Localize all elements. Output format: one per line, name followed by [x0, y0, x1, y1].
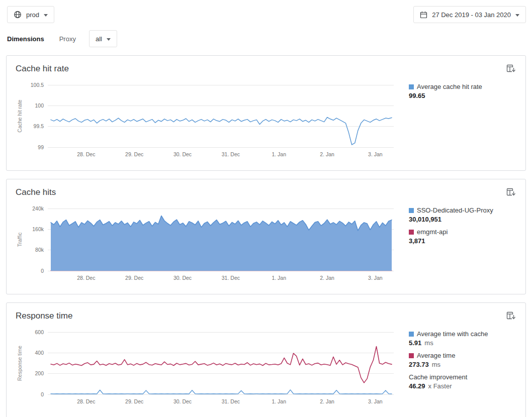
svg-text:28. Dec: 28. Dec	[77, 151, 95, 157]
svg-text:80k: 80k	[35, 247, 44, 253]
series-swatch	[409, 230, 414, 235]
date-range-selector[interactable]: 27 Dec 2019 - 03 Jan 2020	[413, 6, 526, 23]
svg-text:Cache hit rate: Cache hit rate	[17, 99, 23, 133]
svg-text:600: 600	[35, 329, 44, 335]
card-title: Cache hit rate	[16, 64, 69, 74]
svg-text:3. Jan: 3. Jan	[368, 398, 383, 404]
series-value: 3,871	[409, 237, 425, 245]
svg-text:160k: 160k	[32, 226, 44, 232]
proxy-filter-value: all	[96, 35, 102, 43]
dimensions-label: Dimensions	[7, 35, 44, 43]
series-swatch	[409, 84, 414, 89]
svg-text:100: 100	[35, 102, 44, 109]
svg-text:1. Jan: 1. Jan	[272, 275, 286, 281]
svg-text:240k: 240k	[32, 205, 44, 212]
series-label: Average time with cache	[417, 330, 488, 338]
chevron-down-icon	[515, 14, 519, 17]
cache-hits-card: Cache hits 240k160k80k028. Dec29. Dec30.…	[6, 179, 526, 294]
svg-text:0: 0	[41, 268, 44, 274]
svg-text:400: 400	[35, 350, 44, 356]
svg-text:1. Jan: 1. Jan	[272, 398, 286, 404]
svg-text:31. Dec: 31. Dec	[222, 151, 240, 157]
series-swatch	[409, 332, 414, 337]
legend-item[interactable]: Average time with cache 5.91ms	[409, 330, 516, 347]
svg-text:29. Dec: 29. Dec	[125, 275, 143, 281]
chart-legend: SSO-Dedicated-UG-Proxy 30,010,951 emgmt-…	[397, 202, 516, 250]
legend-item[interactable]: SSO-Dedicated-UG-Proxy 30,010,951	[409, 206, 516, 224]
svg-text:100.5: 100.5	[31, 82, 44, 88]
export-report-icon[interactable]	[505, 310, 516, 321]
legend-item[interactable]: emgmt-api 3,871	[409, 228, 516, 245]
series-unit: ms	[432, 361, 440, 368]
export-report-icon[interactable]	[505, 186, 516, 197]
legend-item: Cache improvement 46.29x Faster	[409, 373, 516, 390]
series-swatch	[409, 208, 414, 213]
calendar-icon	[420, 11, 427, 19]
legend-item[interactable]: Average cache hit rate 99.65	[409, 83, 516, 100]
series-swatch	[409, 353, 414, 358]
svg-text:31. Dec: 31. Dec	[222, 275, 240, 281]
svg-text:Response time: Response time	[17, 346, 23, 381]
series-unit: x Faster	[428, 382, 452, 390]
chevron-down-icon	[44, 14, 48, 17]
series-label: Cache improvement	[409, 373, 467, 381]
svg-text:99.5: 99.5	[34, 123, 44, 129]
svg-text:2. Jan: 2. Jan	[320, 151, 334, 157]
cache-hit-rate-chart: 100.510099.59928. Dec29. Dec30. Dec31. D…	[16, 79, 397, 163]
series-value: 5.91	[409, 339, 421, 347]
cache-hits-chart: 240k160k80k028. Dec29. Dec30. Dec31. Dec…	[16, 202, 397, 287]
series-value: 46.29	[409, 382, 425, 390]
svg-text:0: 0	[41, 391, 44, 397]
response-time-chart: 600400200028. Dec29. Dec30. Dec31. Dec1.…	[16, 326, 397, 410]
series-value: 273.73	[409, 361, 429, 368]
svg-text:Traffic: Traffic	[17, 233, 23, 247]
series-value: 99.65	[409, 92, 425, 99]
chart-legend: Average cache hit rate 99.65	[397, 79, 516, 105]
svg-text:28. Dec: 28. Dec	[77, 398, 95, 404]
topbar: prod 27 Dec 2019 - 03 Jan 2020	[0, 0, 532, 23]
svg-text:3. Jan: 3. Jan	[368, 151, 383, 157]
environment-label: prod	[26, 11, 39, 19]
svg-text:2. Jan: 2. Jan	[320, 275, 334, 281]
svg-text:30. Dec: 30. Dec	[173, 398, 192, 404]
series-unit: ms	[424, 339, 433, 347]
svg-text:31. Dec: 31. Dec	[222, 398, 240, 404]
filters-bar: Dimensions Proxy all	[0, 23, 532, 47]
dashboard-cards: Cache hit rate 100.510099.59928. Dec29. …	[0, 47, 532, 417]
chevron-down-icon	[107, 38, 111, 41]
svg-text:30. Dec: 30. Dec	[173, 275, 192, 281]
legend-item[interactable]: Average time 273.73ms	[409, 352, 516, 369]
series-value: 30,010,951	[409, 216, 441, 223]
svg-text:2. Jan: 2. Jan	[320, 398, 334, 404]
response-time-card: Response time 600400200028. Dec29. Dec30…	[6, 302, 526, 417]
svg-text:99: 99	[38, 144, 44, 150]
cache-hit-rate-card: Cache hit rate 100.510099.59928. Dec29. …	[6, 55, 526, 171]
export-report-icon[interactable]	[505, 63, 516, 74]
svg-text:28. Dec: 28. Dec	[77, 275, 95, 281]
chart-legend: Average time with cache 5.91ms Average t…	[397, 326, 516, 395]
series-label: Average cache hit rate	[417, 83, 482, 91]
svg-text:1. Jan: 1. Jan	[272, 151, 286, 157]
environment-selector[interactable]: prod	[7, 6, 54, 23]
svg-text:29. Dec: 29. Dec	[125, 151, 143, 157]
series-label: emgmt-api	[417, 228, 448, 236]
svg-text:3. Jan: 3. Jan	[368, 275, 383, 281]
svg-text:30. Dec: 30. Dec	[173, 151, 192, 157]
globe-icon	[14, 11, 22, 19]
series-label: Average time	[417, 352, 455, 360]
card-title: Response time	[16, 311, 72, 321]
svg-text:200: 200	[35, 370, 44, 376]
dimension-proxy-label: Proxy	[59, 35, 76, 43]
date-range-label: 27 Dec 2019 - 03 Jan 2020	[432, 11, 511, 19]
svg-text:29. Dec: 29. Dec	[125, 398, 143, 404]
proxy-filter-dropdown[interactable]: all	[89, 30, 117, 47]
series-label: SSO-Dedicated-UG-Proxy	[417, 206, 493, 215]
card-title: Cache hits	[16, 187, 56, 197]
